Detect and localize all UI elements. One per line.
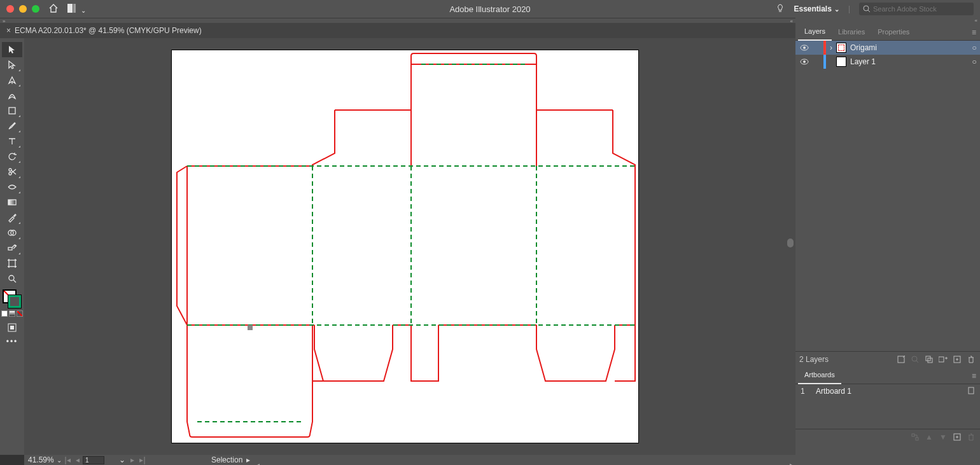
target-icon[interactable]: ○ (969, 43, 980, 52)
new-sublayer-icon[interactable] (938, 356, 948, 363)
rearrange-artboards-icon[interactable] (910, 433, 920, 441)
search-icon (863, 5, 871, 13)
zoom-level[interactable]: 41.59% ⌄ (24, 455, 62, 464)
symbol-sprayer-tool[interactable] (2, 240, 22, 256)
layer-thumbnail (836, 43, 846, 53)
workspace-label: Essentials (794, 4, 832, 13)
expand-right-icon[interactable]: « (790, 18, 793, 24)
artboard[interactable] (172, 50, 638, 443)
artboard-name[interactable]: Artboard 1 (816, 387, 851, 396)
scissors-tool[interactable] (2, 164, 22, 179)
expand-left-icon[interactable]: » (3, 18, 5, 24)
artboards-panel-tabs: Artboards ≡ (795, 366, 980, 384)
svg-rect-11 (9, 260, 15, 267)
panel-menu-icon[interactable]: ≡ (972, 371, 976, 380)
pen-tool[interactable] (2, 73, 22, 88)
visibility-icon[interactable] (800, 43, 809, 52)
search-input[interactable] (873, 5, 969, 13)
home-icon[interactable] (48, 3, 59, 15)
prev-artboard-icon[interactable]: ◂ (73, 455, 83, 464)
layer-row[interactable]: Layer 1 ○ (795, 55, 980, 69)
layer-thumbnail (836, 57, 846, 67)
last-artboard-icon[interactable]: ▸| (137, 455, 148, 464)
move-up-icon[interactable]: ▲ (924, 433, 934, 441)
layer-name[interactable]: Origami (850, 43, 969, 52)
close-tab-icon[interactable]: × (6, 26, 11, 35)
tab-artboards[interactable]: Artboards (798, 366, 841, 384)
document-tab[interactable]: × ECMA A20.20.01.03* @ 41.59% (CMYK/GPU … (0, 23, 208, 38)
edit-toolbar-icon[interactable]: ••• (6, 337, 18, 346)
visibility-icon[interactable] (800, 57, 809, 66)
canvas-area (24, 38, 795, 455)
target-icon[interactable]: ○ (969, 57, 980, 66)
close-window-icon[interactable] (6, 5, 14, 13)
tab-layers[interactable]: Layers (798, 23, 832, 41)
artboard-number-field[interactable] (83, 456, 104, 464)
direct-selection-tool[interactable] (2, 57, 22, 73)
artboard-tool[interactable] (2, 256, 22, 271)
status-tool-display[interactable]: Selection ▸ (211, 455, 250, 464)
play-icon: ▸ (246, 455, 250, 464)
draw-mode-icon[interactable] (6, 322, 18, 333)
width-tool[interactable] (2, 179, 22, 195)
next-artboard-icon[interactable]: ▸ (127, 455, 137, 464)
type-tool[interactable] (2, 134, 22, 149)
rotate-tool[interactable] (2, 149, 22, 164)
gradient-tool[interactable] (2, 195, 22, 210)
maximize-window-icon[interactable] (32, 5, 39, 13)
svg-rect-1 (73, 4, 76, 13)
delete-layer-icon[interactable] (966, 356, 976, 363)
zoom-tool[interactable] (2, 271, 22, 286)
tab-libraries[interactable]: Libraries (832, 23, 871, 41)
svg-rect-10 (8, 247, 12, 250)
color-mode-gradient[interactable] (9, 310, 15, 317)
selection-tool[interactable] (2, 42, 22, 57)
tools-panel: ••• (0, 38, 24, 455)
layers-panel: Layers Libraries Properties ≡ › Origami … (795, 23, 980, 366)
disclosure-icon[interactable]: › (826, 43, 836, 52)
layers-search-icon[interactable] (910, 356, 920, 363)
minimize-window-icon[interactable] (19, 5, 27, 13)
stroke-swatch[interactable] (8, 295, 21, 308)
app-title: Adobe Illustrator 2020 (449, 4, 530, 14)
new-layer-icon[interactable] (952, 356, 962, 363)
shape-builder-tool[interactable] (2, 225, 22, 240)
layer-name[interactable]: Layer 1 (850, 57, 969, 66)
lightbulb-icon[interactable] (775, 3, 785, 15)
paintbrush-tool[interactable] (2, 118, 22, 134)
fill-stroke-proxy[interactable] (3, 290, 21, 308)
svg-point-25 (803, 60, 806, 63)
make-clipping-mask-icon[interactable] (924, 356, 934, 363)
canvas-viewport[interactable] (24, 38, 785, 455)
scroll-left-icon[interactable]: ◂ (256, 461, 260, 465)
title-bar: ⌄ Adobe Illustrator 2020 Essentials ⌄ | (0, 0, 980, 18)
layer-row[interactable]: › Origami ○ (795, 41, 980, 55)
new-artboard-icon[interactable] (952, 433, 962, 441)
tab-properties[interactable]: Properties (871, 23, 916, 41)
svg-line-28 (916, 361, 918, 363)
delete-artboard-icon[interactable] (966, 433, 976, 441)
chevron-down-icon: ⌄ (81, 7, 86, 14)
curvature-tool[interactable] (2, 88, 22, 103)
svg-point-27 (912, 356, 917, 361)
color-mode-solid[interactable] (1, 310, 8, 317)
svg-point-2 (864, 6, 869, 11)
first-artboard-icon[interactable]: |◂ (62, 455, 73, 464)
vertical-scrollbar[interactable] (785, 38, 795, 455)
rectangle-tool[interactable] (2, 103, 22, 118)
workspace-switcher[interactable]: Essentials ⌄ (794, 4, 839, 13)
move-down-icon[interactable]: ▼ (938, 433, 948, 441)
scrollbar-thumb[interactable] (787, 239, 794, 247)
scroll-right-icon[interactable]: ▸ (790, 461, 793, 465)
panel-menu-icon[interactable]: ≡ (972, 28, 976, 37)
eyedropper-tool[interactable] (2, 210, 22, 225)
color-mode-none[interactable] (17, 310, 23, 317)
artboard-row[interactable]: 1 Artboard 1 (795, 384, 980, 398)
layer-color-swatch (823, 55, 826, 69)
search-box[interactable] (859, 3, 974, 15)
locate-object-icon[interactable] (896, 356, 906, 363)
color-mode-row (1, 310, 23, 317)
artboard-nav-dropdown-icon[interactable]: ⌄ (117, 455, 127, 464)
orientation-icon[interactable] (967, 387, 975, 396)
arrange-documents-icon[interactable]: ⌄ (67, 4, 86, 15)
